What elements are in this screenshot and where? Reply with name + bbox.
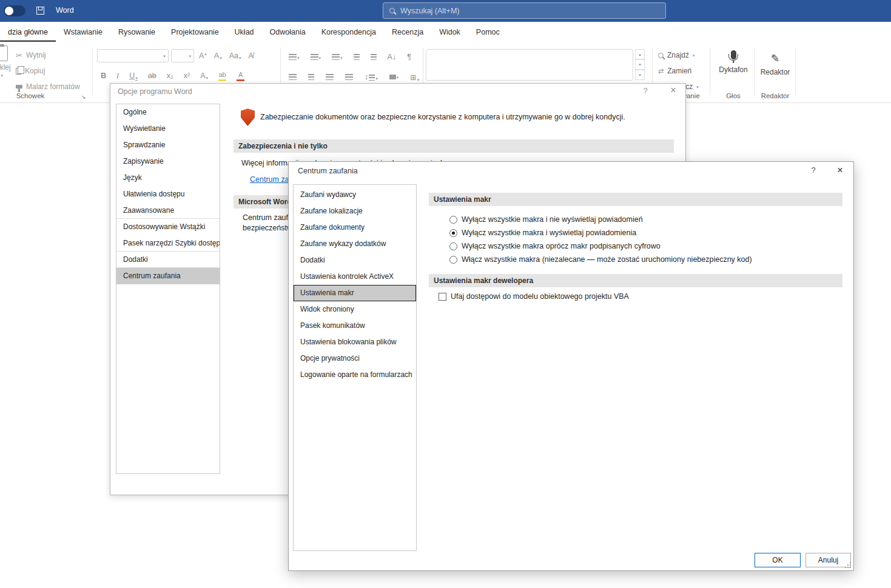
help-icon[interactable]: ? — [807, 165, 819, 175]
strikethrough-button[interactable]: ab — [146, 70, 159, 81]
align-center-button[interactable] — [306, 73, 317, 81]
align-left-button[interactable] — [286, 73, 299, 81]
align-center-icon — [308, 74, 314, 80]
save-icon[interactable] — [36, 7, 44, 15]
styles-scroll-up-button[interactable]: ▴ — [635, 49, 645, 59]
change-case-button[interactable]: Aa▾ — [227, 50, 244, 61]
options-nav-item[interactable]: Centrum zaufania — [116, 268, 220, 284]
trust-nav-item[interactable]: Ustawienia blokowania plików — [294, 334, 416, 350]
resize-grip[interactable] — [845, 562, 851, 568]
options-nav-item[interactable]: Dodatki — [116, 252, 220, 268]
ribbon-tab[interactable]: Projektowanie — [163, 22, 227, 42]
trust-nav-list: Zaufani wydawcyZaufane lokalizacjeZaufan… — [293, 184, 417, 551]
replace-button[interactable]: ⇄ Zamień — [658, 64, 691, 78]
options-nav-item[interactable]: Pasek narzędzi Szybki dostęp — [116, 235, 220, 252]
numbered-list-button[interactable]: ▾ — [308, 53, 324, 61]
font-name-combobox[interactable]: ▾ — [97, 49, 169, 62]
find-button[interactable]: Znajdź ▾ — [658, 48, 695, 62]
trust-nav-item[interactable]: Zaufane lokalizacje — [294, 203, 416, 219]
macro-radio-option[interactable]: Wyłącz wszystkie makra oprócz makr podpi… — [434, 239, 752, 253]
titlebar-search[interactable] — [383, 2, 666, 19]
options-nav-item[interactable]: Ułatwienia dostępu — [116, 186, 220, 202]
trust-nav-item[interactable]: Ustawienia kontrolek ActiveX — [294, 269, 416, 285]
search-input[interactable] — [400, 7, 659, 15]
options-nav-item[interactable]: Dostosowywanie Wstążki — [116, 219, 220, 235]
styles-gallery[interactable] — [426, 49, 633, 81]
bullet-list-icon — [289, 54, 297, 60]
trust-nav-item[interactable]: Opcje prywatności — [294, 350, 416, 367]
trust-nav-item[interactable]: Ustawienia makr — [294, 285, 416, 301]
ribbon-tab[interactable]: dzia główne — [0, 22, 56, 42]
underline-button[interactable]: U▾ — [127, 70, 140, 81]
italic-button[interactable]: I — [114, 70, 121, 82]
shading-button[interactable]: ▾ — [387, 73, 402, 81]
chevron-down-icon: ▾ — [135, 76, 138, 80]
options-nav-item[interactable]: Wyświetlanie — [116, 121, 220, 137]
subscript-button[interactable]: x₂ — [164, 70, 176, 81]
text-effects-button[interactable]: A▾ — [198, 70, 210, 81]
ribbon-tab[interactable]: Wstawianie — [56, 22, 110, 42]
ribbon-tab[interactable]: Widok — [431, 22, 468, 42]
options-nav-item[interactable]: Język — [116, 170, 220, 186]
styles-scroll-column: ▴ ▾ ▾ — [635, 49, 645, 80]
ribbon-tab[interactable]: Recenzja — [384, 22, 431, 42]
multilevel-list-button[interactable]: ▾ — [329, 53, 345, 61]
bullet-list-button[interactable]: ▾ — [286, 53, 302, 61]
multilevel-list-icon — [332, 54, 340, 60]
align-right-button[interactable] — [323, 73, 336, 81]
options-nav-item[interactable]: Sprawdzanie — [116, 137, 220, 153]
superscript-button[interactable]: x² — [181, 70, 192, 81]
trust-nav-item[interactable]: Zaufane dokumenty — [294, 219, 416, 236]
options-nav-item[interactable]: Zapisywanie — [116, 153, 220, 170]
close-icon[interactable]: × — [667, 85, 680, 96]
line-spacing-button[interactable]: ↕▾ — [362, 72, 380, 82]
cut-button[interactable]: ✂ Wytnij — [16, 48, 45, 62]
justify-button[interactable] — [343, 73, 355, 81]
trust-nav-item[interactable]: Widok chroniony — [294, 301, 416, 318]
font-color-button[interactable]: A — [234, 70, 247, 82]
ribbon-tab[interactable]: Korespondencja — [314, 22, 384, 42]
clipboard-icon — [0, 45, 8, 61]
vba-trust-checkbox-row[interactable]: Ufaj dostępowi do modelu obiektowego pro… — [439, 292, 629, 301]
titlebar-toggle[interactable] — [4, 5, 25, 16]
ribbon-tab[interactable]: Odwołania — [262, 22, 314, 42]
ribbon-tab[interactable]: Pomoc — [468, 22, 508, 42]
trust-nav-item[interactable]: Zaufane wykazy dodatków — [294, 236, 416, 252]
options-nav-item[interactable]: Zaawansowane — [116, 202, 220, 219]
decrease-indent-button[interactable] — [351, 53, 362, 61]
ribbon-tab[interactable]: Rysowanie — [110, 22, 163, 42]
styles-scroll-down-button[interactable]: ▾ — [635, 59, 645, 70]
shrink-font-button[interactable]: A▾ — [212, 50, 224, 61]
options-nav-item[interactable]: Ogólne — [116, 104, 220, 121]
macro-radio-option[interactable]: Włącz wszystkie makra (niezalecane — moż… — [434, 253, 752, 266]
dictate-button[interactable]: Dyktafon — [716, 48, 751, 74]
bold-button[interactable]: B — [98, 70, 109, 81]
help-icon[interactable]: ? — [639, 86, 651, 95]
copy-button[interactable]: Kopiuj — [16, 64, 45, 78]
trust-nav-item[interactable]: Logowanie oparte na formularzach — [294, 367, 416, 383]
cancel-button[interactable]: Anuluj — [805, 553, 851, 567]
increase-indent-button[interactable] — [368, 53, 379, 61]
trust-nav-item[interactable]: Dodatki — [294, 252, 416, 269]
chevron-down-icon: ▾ — [206, 76, 209, 80]
highlight-color-button[interactable]: ab — [216, 70, 229, 82]
increase-indent-icon — [371, 54, 377, 60]
ribbon-tab[interactable]: Układ — [227, 22, 262, 42]
trust-nav-item[interactable]: Zaufani wydawcy — [294, 187, 416, 203]
borders-button[interactable]: ⊞▾ — [408, 72, 422, 83]
trust-nav-item[interactable]: Pasek komunikatów — [294, 318, 416, 334]
radio-icon — [449, 242, 457, 250]
clipboard-dialog-launcher-icon[interactable]: ↘ — [81, 95, 86, 100]
close-icon[interactable]: × — [833, 164, 847, 176]
editor-button[interactable]: ✎ Redaktor — [756, 48, 795, 76]
macro-radio-option[interactable]: Wyłącz wszystkie makra i wyświetlaj powi… — [434, 226, 752, 239]
clear-formatting-button[interactable]: A̸ — [246, 50, 256, 61]
styles-gallery-expand-button[interactable]: ▾ — [635, 70, 645, 80]
grow-font-button[interactable]: A▴ — [197, 50, 209, 61]
show-marks-button[interactable]: ¶ — [405, 52, 414, 62]
macro-radio-option[interactable]: Wyłącz wszystkie makra i nie wyświetlaj … — [434, 213, 752, 226]
ok-button[interactable]: OK — [755, 553, 801, 567]
chevron-down-icon: ▾ — [693, 53, 695, 58]
font-size-combobox[interactable]: ▾ — [171, 49, 194, 62]
sort-button[interactable]: A↓ — [385, 52, 399, 62]
